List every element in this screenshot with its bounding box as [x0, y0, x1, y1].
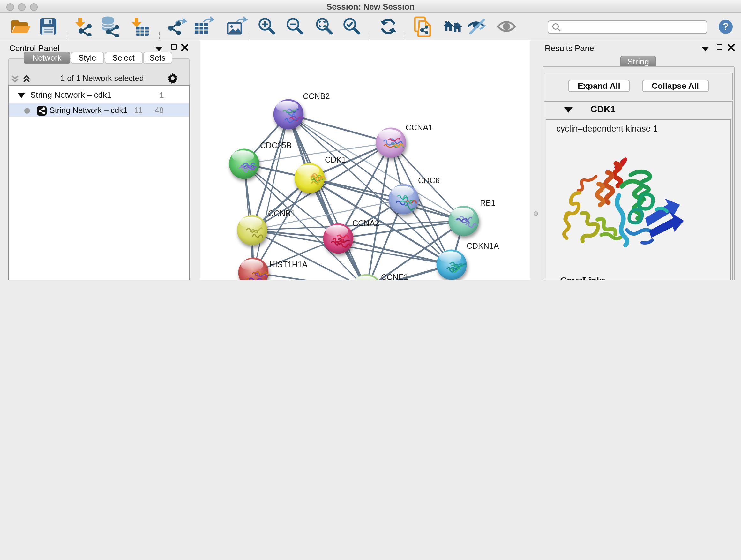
- svg-text:CDC25B: CDC25B: [260, 140, 292, 149]
- svg-text:CCNA1: CCNA1: [406, 123, 433, 132]
- svg-text:CDK1: CDK1: [325, 155, 346, 164]
- svg-text:CCNE1: CCNE1: [381, 272, 408, 280]
- svg-text:CCNA2: CCNA2: [352, 219, 380, 227]
- svg-text:HIST1H1A: HIST1H1A: [269, 260, 308, 268]
- svg-text:CCNB1: CCNB1: [268, 208, 295, 217]
- svg-text:RB1: RB1: [480, 198, 495, 207]
- svg-text:CDKN1A: CDKN1A: [467, 241, 499, 250]
- svg-text:CDC6: CDC6: [418, 176, 440, 185]
- svg-text:CCNB2: CCNB2: [303, 91, 330, 100]
